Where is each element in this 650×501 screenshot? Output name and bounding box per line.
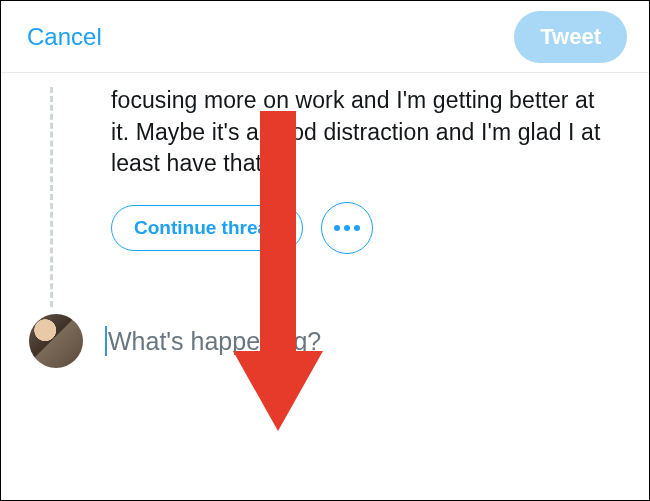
compose-input-wrap[interactable]: [105, 326, 619, 356]
previous-tweet-text: focusing more on work and I'm getting be…: [111, 85, 619, 180]
avatar[interactable]: [29, 314, 83, 368]
more-options-icon: [334, 225, 340, 231]
compose-row: [29, 314, 619, 368]
text-caret: [105, 326, 107, 356]
previous-thread-tweet: focusing more on work and I'm getting be…: [111, 85, 619, 254]
cancel-button[interactable]: Cancel: [27, 23, 102, 51]
compose-header: Cancel Tweet: [1, 1, 649, 73]
more-options-icon: [344, 225, 350, 231]
tweet-button[interactable]: Tweet: [514, 11, 627, 63]
more-options-icon: [354, 225, 360, 231]
thread-actions: Continue thread: [111, 202, 619, 254]
continue-thread-button[interactable]: Continue thread: [111, 205, 303, 251]
more-options-button[interactable]: [321, 202, 373, 254]
compose-content: focusing more on work and I'm getting be…: [1, 73, 649, 368]
compose-input[interactable]: [108, 327, 619, 356]
thread-connector-line: [50, 87, 53, 307]
